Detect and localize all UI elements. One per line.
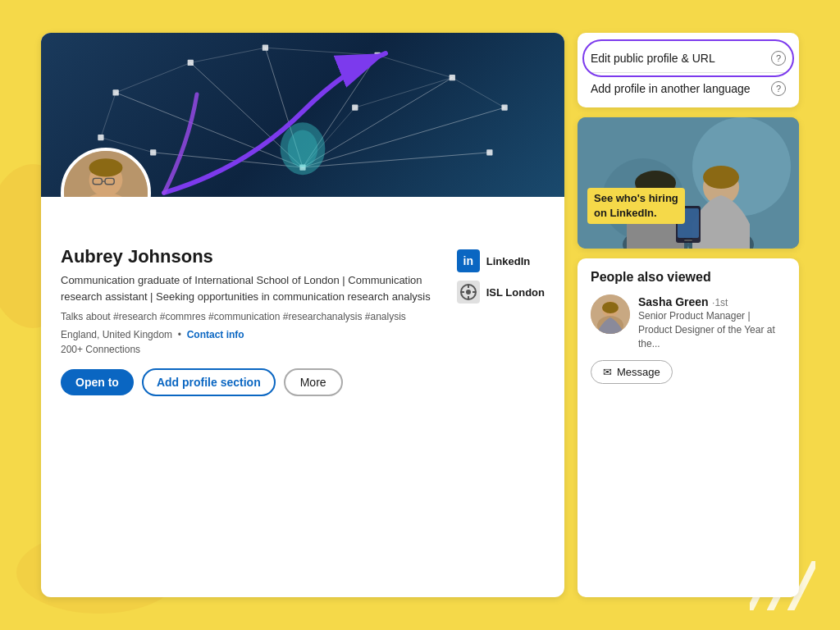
edit-profile-url-text: Edit public profile & URL [591, 52, 715, 65]
company-badges: in LinkedIn I [457, 249, 545, 304]
contact-info-link[interactable]: Contact info [187, 329, 244, 340]
svg-rect-20 [112, 89, 118, 95]
svg-rect-24 [450, 75, 455, 80]
svg-line-18 [355, 78, 452, 107]
hiring-banner[interactable]: See who's hiring on LinkedIn. [578, 117, 799, 249]
add-section-button[interactable]: Add profile section [142, 368, 276, 396]
svg-point-49 [692, 117, 791, 216]
message-label: Message [617, 366, 660, 378]
svg-rect-26 [486, 149, 492, 155]
svg-rect-21 [188, 60, 194, 66]
svg-line-7 [303, 78, 452, 167]
svg-rect-27 [150, 149, 156, 155]
person-name-degree: Sasha Green ·1st [638, 294, 786, 309]
cover-image: ✏ [41, 33, 564, 197]
svg-rect-22 [262, 45, 268, 51]
svg-rect-25 [501, 104, 507, 110]
profile-connections: 200+ Connections [61, 344, 545, 355]
isl-icon [457, 281, 480, 304]
action-buttons: Open to Add profile section More [61, 368, 545, 396]
more-button[interactable]: More [284, 368, 343, 396]
linkedin-icon: in [457, 249, 480, 272]
svg-line-10 [153, 153, 303, 167]
people-viewed-card: People also viewed Sasha Green [578, 258, 799, 597]
linkedin-label: LinkedIn [486, 255, 530, 267]
svg-line-13 [265, 48, 377, 55]
svg-rect-28 [98, 135, 103, 140]
edit-profile-row[interactable]: Edit public profile & URL ? [591, 44, 786, 73]
svg-point-32 [288, 130, 317, 167]
message-icon: ✉ [603, 366, 612, 378]
linkedin-badge[interactable]: in LinkedIn [457, 249, 545, 272]
main-container: ✏ in LinkedIn [41, 33, 799, 597]
avatar [61, 148, 151, 197]
profile-info: in LinkedIn I [41, 197, 564, 413]
svg-point-56 [703, 166, 739, 189]
hiring-banner-bg: See who's hiring on LinkedIn. [578, 117, 799, 249]
person-info: Sasha Green ·1st Senior Product Manager … [638, 294, 786, 350]
svg-line-16 [101, 93, 116, 138]
svg-line-8 [303, 107, 504, 167]
person-name: Sasha Green [638, 295, 709, 308]
isl-badge[interactable]: ISL London [457, 281, 545, 304]
right-panel: Edit public profile & URL ? Add profile … [578, 33, 799, 597]
svg-rect-23 [374, 52, 380, 58]
person-avatar [591, 294, 630, 334]
svg-line-14 [377, 55, 452, 77]
person-degree-val: ·1st [712, 297, 728, 308]
profile-actions-card: Edit public profile & URL ? Add profile … [578, 33, 799, 107]
open-to-button[interactable]: Open to [61, 369, 134, 395]
message-button[interactable]: ✉ Message [591, 360, 673, 384]
profile-headline: Communication graduate of International … [61, 272, 454, 304]
svg-point-37 [89, 158, 123, 176]
add-language-help-icon[interactable]: ? [771, 81, 786, 96]
svg-line-11 [116, 62, 190, 92]
profile-location: England, United Kingdom • Contact info [61, 329, 545, 340]
svg-line-15 [452, 78, 504, 107]
add-language-row[interactable]: Add profile in another language ? [591, 73, 786, 96]
svg-point-43 [466, 290, 471, 294]
edit-profile-help-icon[interactable]: ? [771, 51, 786, 66]
person-title: Senior Product Manager | Product Designe… [638, 309, 786, 350]
isl-label: ISL London [486, 286, 545, 299]
person-row: Sasha Green ·1st Senior Product Manager … [591, 294, 786, 350]
svg-point-62 [602, 302, 619, 313]
profile-card: ✏ in LinkedIn [41, 33, 564, 597]
svg-rect-30 [352, 104, 358, 110]
avatar-wrapper [61, 148, 151, 197]
profile-topics: Talks about #research #commres #communic… [61, 311, 545, 322]
svg-rect-59 [684, 240, 692, 241]
svg-line-9 [303, 153, 490, 167]
svg-line-12 [190, 48, 265, 62]
people-viewed-title: People also viewed [591, 270, 786, 285]
add-language-text: Add profile in another language [591, 82, 751, 95]
hiring-text-badge: See who's hiring on LinkedIn. [587, 188, 685, 224]
